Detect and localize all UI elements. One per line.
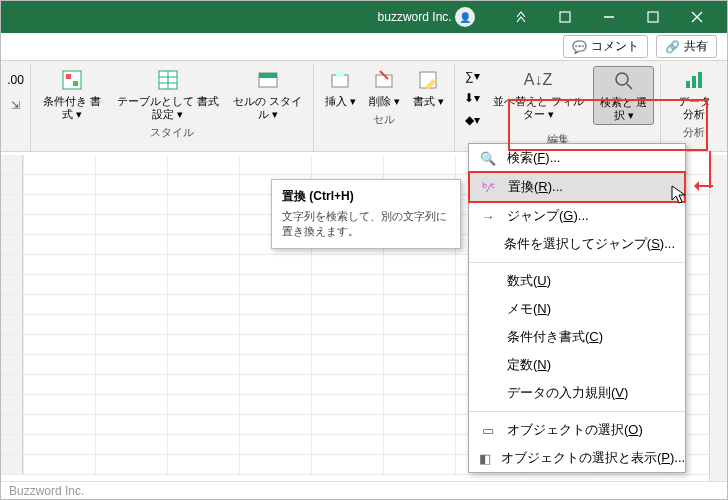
mic-icon[interactable] bbox=[499, 1, 543, 33]
find-select-button[interactable]: 検索と 選択 ▾ bbox=[593, 66, 654, 125]
menu-label: メモ(N) bbox=[507, 301, 551, 316]
share-button[interactable]: 🔗共有 bbox=[656, 35, 717, 58]
styles-group: 条件付き 書式 ▾ テーブルとして 書式設定 ▾ セルの スタイル ▾ スタイル bbox=[31, 64, 314, 151]
replace-icon: ᵇ⁄ᶜ bbox=[480, 178, 498, 196]
user-avatar-icon[interactable]: 👤 bbox=[455, 7, 475, 27]
format-as-table-button[interactable]: テーブルとして 書式設定 ▾ bbox=[111, 66, 225, 123]
comment-button[interactable]: 💬コメント bbox=[563, 35, 648, 58]
svg-rect-22 bbox=[692, 76, 696, 88]
tooltip-title: 置換 (Ctrl+H) bbox=[282, 188, 450, 205]
goto-icon: → bbox=[479, 207, 497, 225]
cell-styles-button[interactable]: セルの スタイル ▾ bbox=[229, 66, 308, 123]
menu-label: オブジェクトの選択(O) bbox=[507, 422, 643, 437]
title-bar: buzzword Inc. 👤 bbox=[1, 1, 727, 33]
ribbon-options-icon[interactable] bbox=[543, 1, 587, 33]
editing-group: ∑▾ ⬇▾ ◆▾ A↓Z 並べ替えと フィルター ▾ 検索と 選択 ▾ 編集 bbox=[455, 64, 661, 151]
cells-group-label: セル bbox=[320, 110, 448, 129]
menu-selection-pane[interactable]: ◧ オブジェクトの選択と表示(P)... bbox=[469, 444, 685, 472]
ribbon: .00 ⇲ 条件付き 書式 ▾ テーブルとして 書式設定 ▾ セルの スタイル … bbox=[1, 61, 727, 152]
svg-rect-6 bbox=[66, 74, 71, 79]
sort-filter-button[interactable]: A↓Z 並べ替えと フィルター ▾ bbox=[487, 66, 589, 123]
menu-replace[interactable]: ᵇ⁄ᶜ 置換(R)... bbox=[468, 171, 686, 203]
tooltip-body: 文字列を検索して、別の文字列に置き換えます。 bbox=[282, 209, 450, 240]
analysis-group-label: 分析 bbox=[667, 123, 721, 142]
analysis-group: データ 分析 分析 bbox=[661, 64, 727, 151]
svg-rect-16 bbox=[376, 75, 392, 87]
svg-rect-13 bbox=[259, 73, 277, 78]
svg-rect-7 bbox=[73, 81, 78, 86]
cell-styles-icon bbox=[256, 68, 280, 92]
maximize-button[interactable] bbox=[631, 1, 675, 33]
svg-point-19 bbox=[616, 73, 628, 85]
pointer-icon: ▭ bbox=[479, 421, 497, 439]
tooltip: 置換 (Ctrl+H) 文字列を検索して、別の文字列に置き換えます。 bbox=[271, 179, 461, 249]
svg-rect-0 bbox=[560, 12, 570, 22]
status-bar: Buzzword Inc. bbox=[1, 481, 727, 499]
analyze-icon bbox=[682, 68, 706, 92]
minimize-button[interactable] bbox=[587, 1, 631, 33]
format-icon bbox=[416, 68, 440, 92]
menu-data-validation[interactable]: データの入力規則(V) bbox=[469, 379, 685, 407]
cond-format-icon bbox=[60, 68, 84, 92]
styles-group-label: スタイル bbox=[37, 123, 307, 142]
delete-button[interactable]: 削除 ▾ bbox=[364, 66, 404, 110]
window-title: buzzword Inc. 👤 bbox=[9, 7, 499, 27]
share-row: 💬コメント 🔗共有 bbox=[1, 33, 727, 61]
table-icon bbox=[156, 68, 180, 92]
callout-line bbox=[709, 151, 711, 188]
menu-conditional-formatting[interactable]: 条件付き書式(C) bbox=[469, 323, 685, 351]
menu-notes[interactable]: メモ(N) bbox=[469, 295, 685, 323]
callout-arrow bbox=[695, 185, 713, 187]
menu-label: データの入力規則(V) bbox=[507, 385, 628, 400]
menu-label: 条件を選択してジャンプ(S)... bbox=[504, 236, 675, 251]
mouse-cursor-icon bbox=[671, 185, 687, 205]
search-icon bbox=[612, 69, 636, 93]
brand-watermark: Buzzword Inc. bbox=[9, 484, 84, 498]
menu-label: 検索(F)... bbox=[507, 150, 560, 165]
menu-goto[interactable]: → ジャンプ(G)... bbox=[469, 202, 685, 230]
menu-goto-special[interactable]: 条件を選択してジャンプ(S)... bbox=[469, 230, 685, 258]
analyze-data-button[interactable]: データ 分析 bbox=[667, 66, 721, 123]
sort-icon: A↓Z bbox=[526, 68, 550, 92]
menu-label: ジャンプ(G)... bbox=[507, 208, 589, 223]
search-icon: 🔍 bbox=[479, 149, 497, 167]
menu-label: オブジェクトの選択と表示(P)... bbox=[501, 450, 685, 465]
menu-label: 置換(R)... bbox=[508, 179, 563, 194]
menu-constants[interactable]: 定数(N) bbox=[469, 351, 685, 379]
svg-line-20 bbox=[627, 84, 632, 89]
vertical-scrollbar[interactable] bbox=[709, 155, 727, 481]
menu-select-objects[interactable]: ▭ オブジェクトの選択(O) bbox=[469, 416, 685, 444]
autosum-button[interactable]: ∑▾ bbox=[461, 66, 483, 86]
conditional-formatting-button[interactable]: 条件付き 書式 ▾ bbox=[37, 66, 107, 123]
svg-rect-15 bbox=[336, 71, 344, 77]
svg-rect-21 bbox=[686, 81, 690, 88]
svg-rect-2 bbox=[648, 12, 658, 22]
format-button[interactable]: 書式 ▾ bbox=[408, 66, 448, 110]
fill-button[interactable]: ⬇▾ bbox=[461, 88, 483, 108]
cells-group: 挿入 ▾ 削除 ▾ 書式 ▾ セル bbox=[314, 64, 455, 151]
menu-find[interactable]: 🔍 検索(F)... bbox=[469, 144, 685, 172]
delete-icon bbox=[372, 68, 396, 92]
svg-rect-23 bbox=[698, 72, 702, 88]
menu-label: 条件付き書式(C) bbox=[507, 329, 603, 344]
menu-formulas[interactable]: 数式(U) bbox=[469, 267, 685, 295]
insert-button[interactable]: 挿入 ▾ bbox=[320, 66, 360, 110]
svg-rect-5 bbox=[63, 71, 81, 89]
selection-pane-icon: ◧ bbox=[479, 449, 491, 467]
insert-icon bbox=[328, 68, 352, 92]
close-button[interactable] bbox=[675, 1, 719, 33]
find-select-menu: 🔍 検索(F)... ᵇ⁄ᶜ 置換(R)... → ジャンプ(G)... 条件を… bbox=[468, 143, 686, 473]
clear-button[interactable]: ◆▾ bbox=[461, 110, 483, 130]
menu-label: 定数(N) bbox=[507, 357, 551, 372]
decimal-icon: .00 bbox=[4, 68, 28, 92]
menu-label: 数式(U) bbox=[507, 273, 551, 288]
dialog-launcher-icon[interactable]: ⇲ bbox=[7, 97, 24, 114]
